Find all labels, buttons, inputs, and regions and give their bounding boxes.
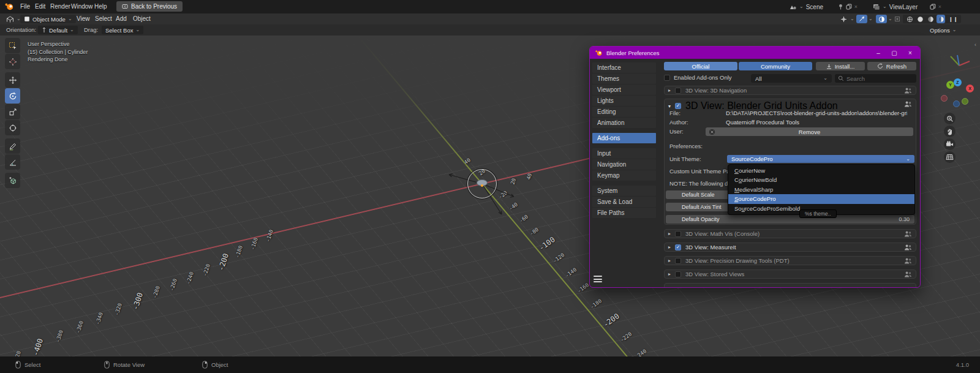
addon-checkbox[interactable] <box>675 231 681 237</box>
addon-checkbox[interactable]: ✓ <box>675 244 681 251</box>
options-dropdown[interactable]: Options ⌄ <box>926 26 960 34</box>
tool-measure[interactable] <box>5 154 20 170</box>
sidebar-toggle-arrow[interactable]: ‹ <box>974 42 976 48</box>
sidebar-item-editing[interactable]: Editing <box>592 107 656 117</box>
tool-add-cube[interactable] <box>5 173 20 188</box>
enabled-only-filter[interactable]: Enabled Add-ons Only <box>664 74 732 81</box>
addon-row-math-vis[interactable]: ▸ 3D View: Math Vis (Console) <box>664 229 916 238</box>
expand-arrow-icon[interactable]: ▸ <box>668 244 671 250</box>
remove-viewlayer-icon[interactable]: × <box>938 4 941 10</box>
gizmo-neg-x-ball[interactable] <box>941 95 948 102</box>
menu-help[interactable]: Help <box>89 0 113 13</box>
sidebar-item-navigation[interactable]: Navigation <box>592 159 656 170</box>
shading-solid-icon[interactable] <box>916 15 924 23</box>
toolbar <box>5 38 21 189</box>
maximize-button[interactable]: ▢ <box>889 48 899 57</box>
minimize-button[interactable]: – <box>873 48 883 57</box>
user-label: User: <box>669 128 684 135</box>
addon-checkbox[interactable] <box>675 88 681 94</box>
menu-object[interactable]: Object <box>129 13 155 24</box>
expand-arrow-icon[interactable]: ▸ <box>668 231 671 236</box>
default-opacity-slider[interactable]: Default Opacity 0.30 <box>666 215 914 224</box>
tool-scale[interactable] <box>5 104 20 119</box>
addon-row-partial[interactable] <box>664 283 916 288</box>
viewport-info-text: User Perspective (15) Collection | Cylin… <box>28 40 88 64</box>
search-field[interactable] <box>835 74 916 83</box>
sidebar-item-file-paths[interactable]: File Paths <box>592 208 656 218</box>
tool-cursor[interactable] <box>5 54 20 69</box>
install-addon-button[interactable]: Install... <box>816 62 865 70</box>
expand-arrow-icon[interactable]: ▸ <box>668 88 671 93</box>
orientation-dropdown[interactable]: Default ⌄ <box>38 26 78 34</box>
addon-checkbox[interactable]: ✓ <box>675 103 681 109</box>
snap-icon[interactable] <box>892 15 903 23</box>
addon-row-3d-navigation[interactable]: ▸ 3D View: 3D Navigation <box>664 86 916 95</box>
gizmo-neg-y-ball[interactable] <box>962 98 968 105</box>
viewlayer-selector[interactable]: ⌄ ViewLayer × <box>873 0 941 13</box>
unit-theme-option[interactable]: MedievalSharp <box>728 185 914 194</box>
unit-theme-option[interactable]: CourierNewBold <box>728 175 914 184</box>
pin-icon[interactable] <box>838 4 843 10</box>
preferences-titlebar[interactable]: Blender Preferences – ▢ × <box>590 47 920 59</box>
zoom-view-button[interactable] <box>944 113 956 124</box>
tool-transform[interactable] <box>5 120 20 135</box>
toggle-projection-button[interactable] <box>944 151 956 163</box>
mode-selector[interactable]: Object Mode ⌄ <box>20 15 76 23</box>
refresh-addons-button[interactable]: Refresh <box>867 62 916 70</box>
sidebar-item-addons[interactable]: Add-ons <box>592 133 656 143</box>
sidebar-item-save-load[interactable]: Save & Load <box>592 197 656 207</box>
remove-addon-button[interactable]: Remove <box>706 127 913 136</box>
enabled-only-checkbox[interactable] <box>664 75 670 81</box>
sidebar-item-system[interactable]: System <box>592 186 656 196</box>
sidebar-item-keymap[interactable]: Keymap <box>592 170 656 181</box>
tool-annotate[interactable] <box>5 138 20 154</box>
tool-move[interactable] <box>5 72 20 88</box>
tool-select-box[interactable] <box>5 38 20 53</box>
category-dropdown[interactable]: All ⌄ <box>751 74 832 83</box>
default-scale-slider[interactable]: Default Scale <box>666 190 728 199</box>
tool-rotate[interactable] <box>5 88 20 104</box>
close-button[interactable]: × <box>905 48 915 57</box>
search-input[interactable] <box>846 75 908 82</box>
addon-row-measureit[interactable]: ▸ ✓ 3D View: MeasureIt <box>664 243 916 252</box>
sidebar-item-interface[interactable]: Interface <box>592 62 656 73</box>
shading-wireframe-icon[interactable] <box>905 15 914 23</box>
expand-arrow-icon[interactable]: ▸ <box>668 258 671 263</box>
drag-dropdown[interactable]: Select Box ⌄ <box>102 26 143 34</box>
expand-arrow-icon[interactable]: ▸ <box>668 271 671 277</box>
unit-theme-dropdown[interactable]: SourceCodePro ⌄ <box>727 155 914 163</box>
gizmo-z-ball[interactable]: Z <box>954 78 962 86</box>
default-axis-tint-slider[interactable]: Default Axis Tint <box>666 203 728 211</box>
gizmo-neg-z-ball[interactable] <box>953 100 960 107</box>
custom-path-label: Custom Unit Theme Path: <box>669 168 736 175</box>
addon-row-pdt[interactable]: ▸ 3D View: Precision Drawing Tools (PDT) <box>664 256 916 265</box>
view-name: User Perspective <box>28 40 88 48</box>
blender-logo[interactable] <box>4 2 14 11</box>
addon-checkbox[interactable] <box>675 271 681 277</box>
pause-render-button[interactable]: ❙❙ <box>946 15 961 23</box>
sidebar-item-viewport[interactable]: Viewport <box>592 85 656 95</box>
shading-rendered-icon[interactable] <box>937 15 945 23</box>
camera-view-button[interactable] <box>944 138 956 150</box>
sidebar-item-input[interactable]: Input <box>592 148 656 159</box>
tab-official[interactable]: Official <box>664 62 737 70</box>
collapse-arrow-icon[interactable]: ▾ <box>668 104 671 109</box>
sidebar-item-animation[interactable]: Animation <box>592 118 656 128</box>
unlink-icon[interactable]: × <box>854 4 858 10</box>
tab-community[interactable]: Community <box>739 62 812 70</box>
unit-theme-option-selected[interactable]: SourceCodePro <box>728 194 914 203</box>
sidebar-item-themes[interactable]: Themes <box>592 73 656 84</box>
addon-row-stored-views[interactable]: ▸ 3D View: Stored Views <box>664 269 916 279</box>
copy-icon[interactable] <box>846 4 852 10</box>
gizmo-x-ball[interactable]: X <box>966 85 974 92</box>
editor-menu-icon[interactable] <box>594 276 602 284</box>
shading-material-icon[interactable] <box>926 15 935 23</box>
copy-icon[interactable] <box>930 4 936 10</box>
scene-selector[interactable]: ⌄ Scene × <box>789 0 858 13</box>
pan-view-button[interactable] <box>944 126 956 137</box>
unit-theme-option[interactable]: CourierNew <box>728 166 914 175</box>
sidebar-item-lights[interactable]: Lights <box>592 96 656 106</box>
addon-checkbox[interactable] <box>675 258 681 264</box>
tool-settings-bar: Orientation: Default ⌄ Drag: Select Box … <box>0 24 980 36</box>
back-to-previous-button[interactable]: Back to Previous <box>116 1 183 12</box>
